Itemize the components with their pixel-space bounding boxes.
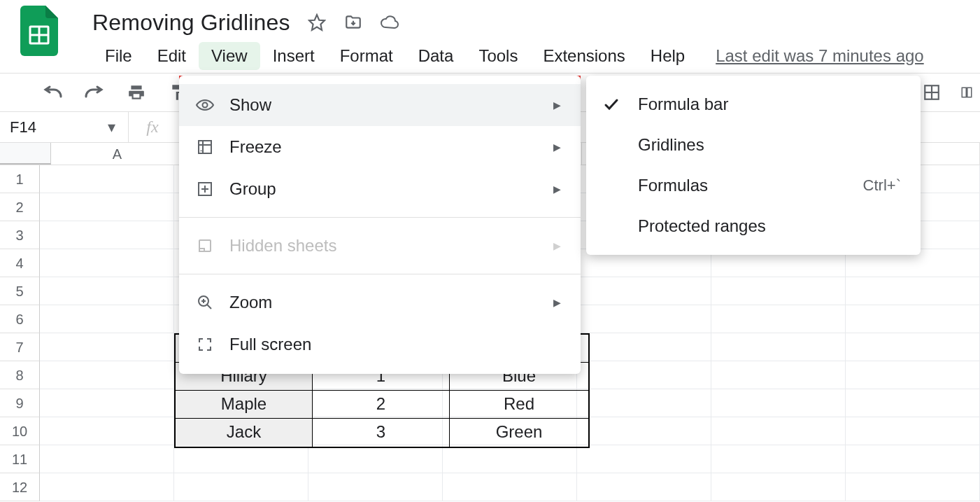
svg-marker-3 xyxy=(309,15,325,30)
submenu-formula-bar[interactable]: Formula bar xyxy=(586,84,921,125)
select-all-corner[interactable] xyxy=(0,143,51,165)
submenu-arrow-icon: ▶ xyxy=(553,240,561,251)
row-header[interactable]: 11 xyxy=(0,445,40,473)
row-header[interactable]: 6 xyxy=(0,305,40,333)
menu-edit[interactable]: Edit xyxy=(145,42,199,70)
submenu-arrow-icon: ▶ xyxy=(553,141,561,153)
row-header[interactable]: 12 xyxy=(0,473,40,501)
sheets-logo-icon[interactable] xyxy=(20,6,59,56)
menu-format[interactable]: Format xyxy=(327,42,406,70)
view-menu: Show ▶ * Freeze ▶ Group ▶ Hidden sheets … xyxy=(179,76,581,374)
submenu-arrow-icon: ▶ xyxy=(553,183,561,195)
name-box[interactable]: F14 ▾ xyxy=(0,112,129,142)
menu-label: Show xyxy=(229,95,271,115)
star-icon[interactable] xyxy=(307,13,327,32)
redo-icon[interactable] xyxy=(84,82,105,103)
menu-extensions[interactable]: Extensions xyxy=(530,42,637,70)
svg-rect-7 xyxy=(962,88,966,97)
row-header[interactable]: 4 xyxy=(0,249,40,277)
zoom-icon xyxy=(194,294,215,311)
menu-label: Protected ranges xyxy=(638,216,766,236)
menu-label: Formulas xyxy=(638,176,708,195)
shortcut-label: Ctrl+` xyxy=(863,176,901,195)
menu-hidden-sheets: Hidden sheets ▶ xyxy=(179,225,581,267)
row-header[interactable]: 3 xyxy=(0,221,40,249)
svg-rect-18 xyxy=(199,249,204,251)
move-to-folder-icon[interactable] xyxy=(343,13,363,32)
svg-point-9 xyxy=(203,103,208,108)
document-title[interactable]: Removing Gridlines xyxy=(92,10,290,36)
cell-num[interactable]: 2 xyxy=(313,391,450,419)
menu-label: Zoom xyxy=(229,293,272,312)
undo-icon[interactable] xyxy=(42,82,63,103)
check-icon xyxy=(599,96,624,113)
cell-reference: F14 xyxy=(10,118,36,137)
menu-insert[interactable]: Insert xyxy=(260,42,327,70)
menu-data[interactable]: Data xyxy=(406,42,467,70)
col-header[interactable]: A xyxy=(51,143,184,165)
svg-rect-8 xyxy=(967,88,972,97)
merge-icon[interactable] xyxy=(960,82,973,103)
menu-show[interactable]: Show ▶ xyxy=(179,84,581,126)
svg-text:*: * xyxy=(200,148,202,155)
last-edit-link[interactable]: Last edit was 7 minutes ago xyxy=(716,46,924,66)
table-row: Jack 3 Green xyxy=(176,419,588,447)
menu-help[interactable]: Help xyxy=(638,42,697,70)
cell-name[interactable]: Maple xyxy=(176,391,313,419)
cell-color[interactable]: Green xyxy=(450,419,588,447)
submenu-protected-ranges[interactable]: Protected ranges xyxy=(586,206,921,246)
cloud-status-icon[interactable] xyxy=(380,13,399,32)
eye-icon xyxy=(194,98,215,112)
row-header[interactable]: 10 xyxy=(0,417,40,445)
table-row: Maple 2 Red xyxy=(176,391,588,419)
row-header[interactable]: 7 xyxy=(0,333,40,361)
menu-label: Formula bar xyxy=(638,95,728,114)
sheets-icon xyxy=(194,237,215,254)
menu-freeze[interactable]: * Freeze ▶ xyxy=(179,126,581,168)
submenu-gridlines[interactable]: Gridlines xyxy=(586,125,921,165)
menu-label: Freeze xyxy=(229,137,282,157)
submenu-formulas[interactable]: Formulas Ctrl+` xyxy=(586,165,921,206)
row-header[interactable]: 2 xyxy=(0,193,40,221)
print-icon[interactable] xyxy=(126,82,147,103)
cell-num[interactable]: 3 xyxy=(313,419,450,447)
menu-label: Hidden sheets xyxy=(229,236,336,256)
menu-label: Gridlines xyxy=(638,135,704,155)
row-header[interactable]: 1 xyxy=(0,165,40,193)
row-header[interactable]: 5 xyxy=(0,277,40,305)
fullscreen-icon xyxy=(194,336,215,353)
svg-line-20 xyxy=(207,305,211,309)
row-headers: 1 2 3 4 5 6 7 8 9 10 11 12 xyxy=(0,165,40,501)
submenu-arrow-icon: ▶ xyxy=(553,297,561,308)
menu-zoom[interactable]: Zoom ▶ xyxy=(179,281,581,323)
menu-label: Group xyxy=(229,179,276,199)
menu-file[interactable]: File xyxy=(92,42,145,70)
menu-tools[interactable]: Tools xyxy=(466,42,530,70)
borders-icon[interactable] xyxy=(921,82,942,103)
group-icon xyxy=(194,181,215,197)
menu-view[interactable]: View xyxy=(199,42,260,70)
fx-icon: fx xyxy=(129,118,176,137)
freeze-icon: * xyxy=(194,139,215,155)
row-header[interactable]: 9 xyxy=(0,389,40,417)
menu-fullscreen[interactable]: Full screen xyxy=(179,323,581,365)
submenu-arrow-icon: ▶ xyxy=(553,99,561,111)
menu-bar: File Edit View Insert Format Data Tools … xyxy=(92,39,924,73)
cell-color[interactable]: Red xyxy=(450,391,588,419)
menu-group[interactable]: Group ▶ xyxy=(179,168,581,210)
cell-name[interactable]: Jack xyxy=(176,419,313,447)
row-header[interactable]: 8 xyxy=(0,361,40,389)
namebox-dropdown-icon[interactable]: ▾ xyxy=(108,118,115,137)
show-submenu: Formula bar Gridlines Formulas Ctrl+` Pr… xyxy=(586,76,921,255)
menu-label: Full screen xyxy=(229,335,311,354)
